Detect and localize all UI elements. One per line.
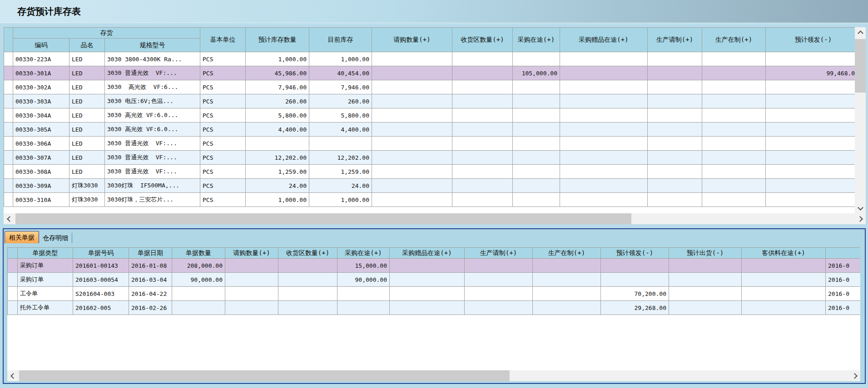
- grid-cell[interactable]: [513, 80, 560, 94]
- grid-cell[interactable]: 3030 普通光效 VF:...: [105, 137, 200, 151]
- grid-cell[interactable]: [669, 287, 742, 301]
- grid-cell[interactable]: [702, 123, 766, 137]
- grid-cell[interactable]: [372, 165, 452, 179]
- tab-related-docs[interactable]: 相关单据: [5, 231, 39, 243]
- grid-cell[interactable]: 托外工令单: [18, 301, 73, 315]
- grid-cell[interactable]: [533, 301, 601, 315]
- grid-cell[interactable]: [533, 287, 601, 301]
- grid-cell[interactable]: LED: [69, 80, 105, 94]
- row-indicator[interactable]: [4, 80, 13, 94]
- grid-cell[interactable]: 3030 高光效 VF:6.0...: [105, 108, 200, 123]
- grid-cell[interactable]: [452, 66, 513, 80]
- grid-cell[interactable]: [702, 52, 766, 66]
- grid-cell[interactable]: [648, 52, 702, 66]
- row-indicator[interactable]: [4, 165, 13, 179]
- grid-cell[interactable]: PCS: [200, 179, 246, 193]
- grid-cell[interactable]: 3030 普通光效 VF:...: [105, 165, 200, 179]
- grid-cell[interactable]: 3030 普通光效 VF:...: [105, 151, 200, 165]
- h-scrollbar-thumb[interactable]: [19, 370, 510, 381]
- grid-cell[interactable]: [337, 287, 390, 301]
- grid-cell[interactable]: 24.00: [246, 179, 309, 193]
- grid-cell[interactable]: 201601-00143: [73, 259, 129, 273]
- grid-cell[interactable]: [337, 301, 390, 315]
- grid-cell[interactable]: [560, 151, 648, 165]
- scroll-left-button[interactable]: [4, 213, 15, 224]
- v-scrollbar-thumb[interactable]: [855, 39, 866, 93]
- grid-cell[interactable]: [452, 151, 513, 165]
- grid-cell[interactable]: [648, 80, 702, 94]
- row-indicator[interactable]: [4, 94, 13, 108]
- grid-cell[interactable]: [513, 137, 560, 151]
- grid-cell[interactable]: 1,000.00: [309, 193, 372, 207]
- row-indicator[interactable]: [8, 273, 18, 287]
- grid-cell[interactable]: [560, 52, 648, 66]
- grid-cell[interactable]: 260.00: [309, 94, 372, 108]
- grid-cell[interactable]: [513, 123, 560, 137]
- grid-cell[interactable]: [513, 108, 560, 123]
- row-indicator[interactable]: [4, 137, 13, 151]
- grid-cell[interactable]: [513, 52, 560, 66]
- grid-cell[interactable]: [560, 179, 648, 193]
- grid-cell[interactable]: [702, 94, 766, 108]
- grid-cell[interactable]: 3030灯珠 IF500MA,...: [105, 179, 200, 193]
- grid-cell[interactable]: 00330-308A: [13, 165, 69, 179]
- tab-warehouse-detail[interactable]: 仓存明细: [39, 233, 72, 243]
- h-scrollbar-bottom[interactable]: [7, 370, 860, 381]
- grid-cell[interactable]: PCS: [200, 137, 246, 151]
- grid-cell[interactable]: [390, 287, 465, 301]
- grid-cell[interactable]: 00330-310A: [13, 193, 69, 207]
- grid-cell[interactable]: 1,000.00: [246, 52, 309, 66]
- grid-cell[interactable]: [601, 273, 669, 287]
- grid-cell[interactable]: PCS: [200, 52, 246, 66]
- grid-cell[interactable]: [560, 123, 648, 137]
- row-indicator[interactable]: [4, 66, 13, 80]
- grid-cell[interactable]: 采购订单: [18, 259, 73, 273]
- grid-cell[interactable]: 00330-303A: [13, 94, 69, 108]
- scroll-down-button[interactable]: [855, 202, 866, 213]
- grid-cell[interactable]: 3030 普通光效 VF:...: [105, 66, 200, 80]
- grid-cell[interactable]: [465, 287, 533, 301]
- grid-cell[interactable]: [702, 108, 766, 123]
- grid-cell[interactable]: [648, 137, 702, 151]
- grid-cell[interactable]: [452, 108, 513, 123]
- grid-cell[interactable]: [452, 137, 513, 151]
- grid-cell[interactable]: [648, 123, 702, 137]
- grid-cell[interactable]: [648, 66, 702, 80]
- grid-cell[interactable]: [766, 179, 855, 193]
- grid-cell[interactable]: [560, 108, 648, 123]
- grid-cell[interactable]: [452, 193, 513, 207]
- grid-cell[interactable]: LED: [69, 52, 105, 66]
- row-indicator[interactable]: [8, 301, 18, 315]
- grid-cell[interactable]: 15,000.00: [337, 259, 390, 273]
- grid-cell[interactable]: [372, 52, 452, 66]
- grid-cell[interactable]: [560, 137, 648, 151]
- grid-cell[interactable]: 00330-307A: [13, 151, 69, 165]
- grid-cell[interactable]: [533, 259, 601, 273]
- grid-cell[interactable]: [372, 179, 452, 193]
- grid-cell[interactable]: 2016-02-26: [129, 301, 172, 315]
- row-indicator[interactable]: [4, 52, 13, 66]
- grid-cell[interactable]: [372, 151, 452, 165]
- grid-cell[interactable]: 1,259.00: [309, 165, 372, 179]
- grid-cell[interactable]: PCS: [200, 123, 246, 137]
- grid-cell[interactable]: 3030灯珠，三安芯片...: [105, 193, 200, 207]
- grid-cell[interactable]: [225, 273, 278, 287]
- grid-cell[interactable]: [648, 94, 702, 108]
- v-scrollbar[interactable]: [855, 27, 866, 213]
- grid-cell[interactable]: [465, 301, 533, 315]
- scroll-right-button[interactable]: [849, 370, 860, 381]
- grid-cell[interactable]: PCS: [200, 108, 246, 123]
- grid-cell[interactable]: [560, 193, 648, 207]
- grid-cell[interactable]: 3030 3800-4300K Ra...: [105, 52, 200, 66]
- grid-cell[interactable]: 工令单: [18, 287, 73, 301]
- grid-cell[interactable]: [513, 193, 560, 207]
- grid-cell[interactable]: [766, 80, 855, 94]
- grid-cell[interactable]: 7,946.00: [309, 80, 372, 94]
- grid-cell[interactable]: LED: [69, 165, 105, 179]
- grid-cell[interactable]: [742, 287, 826, 301]
- grid-cell[interactable]: 2016-0: [826, 273, 861, 287]
- grid-cell[interactable]: 1,000.00: [246, 193, 309, 207]
- grid-cell[interactable]: 260.00: [246, 94, 309, 108]
- grid-cell[interactable]: [172, 301, 225, 315]
- grid-cell[interactable]: [172, 287, 225, 301]
